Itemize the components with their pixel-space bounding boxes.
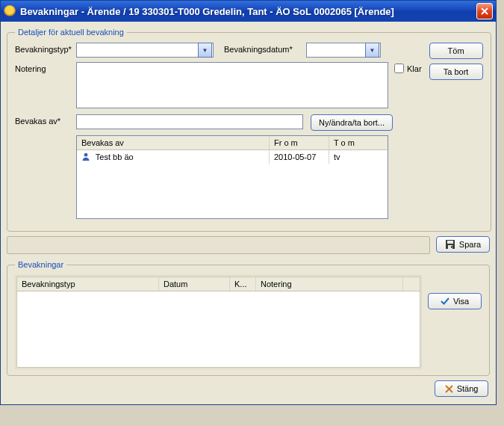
col-from[interactable]: Fr o m	[270, 136, 329, 149]
status-box	[7, 236, 430, 254]
bevakas-label: Bevakas av*	[15, 114, 76, 126]
svg-point-2	[84, 153, 88, 157]
person-icon	[81, 152, 90, 161]
note-label: Notering	[15, 62, 76, 73]
bevakningsdatum-dropdown[interactable]: ▼	[306, 43, 381, 58]
col-notering[interactable]: Notering	[256, 277, 403, 291]
date-label: Bevakningsdatum*	[224, 43, 306, 54]
client-area: Detaljer för aktuell bevakning Bevakning…	[1, 22, 496, 386]
tabort-button[interactable]: Ta bort	[429, 64, 483, 80]
visa-button[interactable]: Visa	[428, 293, 482, 309]
bevakningar-list-wrap: Bevakningstyp Datum K... Notering	[15, 275, 422, 369]
ny-andra-ta-bort-button[interactable]: Ny/ändra/ta bort...	[311, 114, 393, 131]
note-row: Notering Klar	[15, 62, 422, 108]
window-frame: Bevakningar - Ärende / 19 330301-T000 Gr…	[0, 0, 497, 405]
spara-button[interactable]: Spara	[436, 236, 490, 253]
cell-from: 2010-05-07	[270, 150, 329, 164]
check-icon	[441, 297, 449, 306]
col-bevakningstyp[interactable]: Bevakningstyp	[17, 277, 159, 291]
bevakningar-list-header: Bevakningstyp Datum K... Notering	[17, 277, 420, 291]
type-row: Bevakningstyp* ▼ Bevakningsdatum* ▼	[15, 43, 422, 58]
titlebar: Bevakningar - Ärende / 19 330301-T000 Gr…	[1, 1, 496, 22]
chevron-down-icon: ▼	[365, 43, 379, 58]
bevakningar-group: Bevakningar Bevakningstyp Datum K... Not…	[7, 260, 490, 376]
close-icon	[481, 7, 488, 15]
bevakningar-legend: Bevakningar	[15, 260, 66, 269]
col-datum[interactable]: Datum	[159, 277, 230, 291]
cell-tom: tv	[329, 150, 388, 164]
svg-rect-6	[451, 246, 452, 248]
bevakas-input[interactable]	[76, 114, 303, 129]
col-tom[interactable]: T o m	[329, 136, 388, 149]
bevakas-row: Bevakas av* Ny/ändra/ta bort...	[15, 114, 422, 131]
bevakningstyp-dropdown[interactable]: ▼	[76, 43, 214, 58]
bevakas-list-body: Test bb äo 2010-05-07 tv	[77, 150, 388, 218]
tom-button[interactable]: Töm	[429, 43, 483, 59]
right-button-column: Töm Ta bort	[429, 43, 483, 223]
type-label: Bevakningstyp*	[15, 43, 76, 54]
detail-group: Detaljer för aktuell bevakning Bevakning…	[7, 28, 491, 232]
chevron-down-icon: ▼	[198, 43, 212, 58]
svg-rect-4	[447, 241, 453, 244]
bevakningar-list-body	[17, 291, 420, 367]
app-icon	[4, 5, 16, 17]
col-bevakas-av[interactable]: Bevakas av	[77, 136, 270, 149]
save-icon	[445, 239, 455, 250]
bevakas-list-header: Bevakas av Fr o m T o m	[77, 136, 388, 150]
footer: Stäng	[435, 380, 488, 397]
col-k[interactable]: K...	[230, 277, 256, 291]
list-item[interactable]: Test bb äo 2010-05-07 tv	[77, 150, 388, 164]
close-button[interactable]	[476, 3, 493, 19]
stang-button[interactable]: Stäng	[435, 380, 488, 397]
bevakningar-button-column: Visa	[428, 275, 482, 369]
notering-textarea[interactable]	[76, 62, 388, 108]
bevakas-list-row: Bevakas av Fr o m T o m	[15, 135, 422, 219]
detail-legend: Detaljer för aktuell bevakning	[15, 28, 127, 37]
close-x-icon	[445, 385, 453, 393]
bevakningar-listview[interactable]: Bevakningstyp Datum K... Notering	[16, 277, 420, 368]
bevakas-listview[interactable]: Bevakas av Fr o m T o m	[76, 135, 388, 219]
statusbar-row: Spara	[7, 236, 490, 254]
cell-name: Test bb äo	[96, 152, 134, 161]
col-spacer	[403, 277, 420, 291]
klar-checkbox-wrap: Klar	[394, 62, 422, 73]
klar-checkbox[interactable]	[394, 64, 404, 73]
klar-label: Klar	[407, 64, 422, 73]
window-title: Bevakningar - Ärende / 19 330301-T000 Gr…	[20, 6, 476, 17]
